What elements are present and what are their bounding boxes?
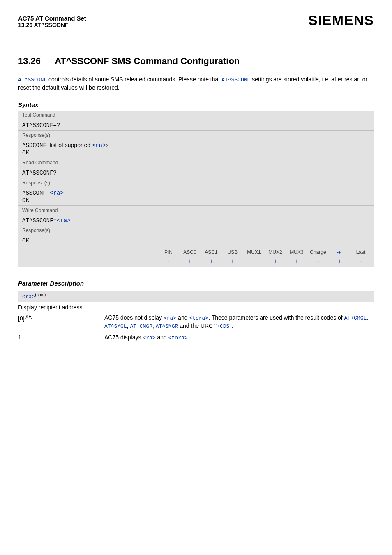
- r0-t2: and: [176, 314, 189, 321]
- intro-paragraph: AT^SSCONF controls details of some SMS r…: [18, 76, 374, 92]
- feat-h-asc0: ASC0: [179, 249, 201, 257]
- feature-value-grid: - + + + + + + - + -: [158, 257, 371, 265]
- write-response-label: Response(s): [18, 226, 374, 235]
- write-command: AT^SSCONF=<ra>: [18, 215, 374, 226]
- param-val-1-key: 1: [18, 332, 104, 343]
- header-left: AC75 AT Command Set 13.26 AT^SSCONF: [18, 15, 86, 28]
- write-response-ok: OK: [22, 237, 29, 244]
- param-ra-link-4[interactable]: <ra>: [164, 315, 176, 321]
- feat-v-asc1: +: [201, 257, 222, 265]
- cmd-link-ssconf-2[interactable]: AT^SSCONF: [221, 77, 250, 83]
- page-header: AC75 AT Command Set 13.26 AT^SSCONF SIEM…: [18, 12, 374, 32]
- syntax-block: Test Command AT^SSCONF=? Response(s) ^SS…: [18, 111, 374, 267]
- param-ra-link-3[interactable]: <ra>: [57, 217, 71, 224]
- r1-t1: AC75 displays: [104, 334, 143, 341]
- read-command-text: AT^SSCONF?: [22, 170, 57, 176]
- parameter-header: <ra>(num): [18, 291, 374, 302]
- feat-v-plane: +: [329, 257, 350, 265]
- cmd-link-ssconf-1[interactable]: AT^SSCONF: [18, 77, 47, 83]
- feat-h-mux3: MUX3: [286, 249, 307, 257]
- param-val-0-desc: AC75 does not display <ra> and <tora>. T…: [104, 312, 374, 332]
- feat-v-charge: -: [307, 257, 329, 265]
- feat-v-usb: +: [222, 257, 243, 265]
- test-response-text-2: s: [106, 142, 109, 148]
- param-val-0-key: [0](&F): [18, 312, 104, 332]
- syntax-heading: Syntax: [18, 101, 374, 108]
- param-tora-link-2[interactable]: <tora>: [168, 335, 188, 341]
- read-command-label: Read Command: [18, 158, 374, 167]
- r1-t3: .: [188, 334, 189, 341]
- param-ra-link-1[interactable]: <ra>: [92, 142, 106, 149]
- doc-title: AC75 AT Command Set: [18, 15, 86, 22]
- parameter-description-heading: Parameter Description: [18, 280, 374, 287]
- feat-h-usb: USB: [222, 249, 243, 257]
- param-ra-link-5[interactable]: <ra>: [143, 335, 155, 341]
- test-command-text: AT^SSCONF=?: [22, 122, 60, 129]
- r0-t8: ".: [229, 322, 233, 329]
- param-sup: (num): [35, 292, 46, 297]
- write-response: OK: [18, 235, 374, 246]
- param-ra-link-2[interactable]: <ra>: [50, 190, 64, 196]
- section-ref: 13.26 AT^SSCONF: [18, 22, 86, 28]
- feature-header-grid: PIN ASC0 ASC1 USB MUX1 MUX2 MUX3 Charge …: [158, 249, 371, 257]
- feat-v-mux2: +: [265, 257, 286, 265]
- param-short-desc: Display recipient address: [18, 302, 374, 312]
- test-command: AT^SSCONF=?: [18, 120, 374, 130]
- feat-v-mux3: +: [286, 257, 307, 265]
- header-rule: [18, 36, 374, 36]
- write-command-text: AT^SSCONF=: [22, 217, 57, 224]
- intro-text-1: controls details of some SMS releated co…: [47, 76, 221, 83]
- feat-h-charge: Charge: [307, 249, 329, 257]
- feat-h-mux2: MUX2: [265, 249, 286, 257]
- urc-link-cds[interactable]: +CDS: [217, 323, 229, 329]
- param-value-table: [0](&F) AC75 does not display <ra> and <…: [18, 312, 374, 344]
- param-val-1-desc: AC75 displays <ra> and <tora>.: [104, 332, 374, 343]
- brand-logo: SIEMENS: [308, 12, 374, 28]
- section-heading: 13.26 AT^SSCONF SMS Command Configuratio…: [18, 56, 374, 67]
- feat-h-pin: PIN: [158, 249, 179, 257]
- param-name: <ra>: [22, 294, 35, 300]
- r0-t6: ,: [152, 322, 156, 329]
- cmd-link-cmgl[interactable]: AT+CMGL: [344, 315, 367, 321]
- r1-t2: and: [156, 334, 168, 341]
- feat-v-pin: -: [158, 257, 179, 265]
- section-title: AT^SSCONF SMS Command Configuration: [55, 56, 240, 66]
- test-response: ^SSCONF:list of supported <ra>s OK: [18, 140, 374, 158]
- test-response-text-1: list of supported: [50, 142, 92, 148]
- feat-v-asc0: +: [179, 257, 201, 265]
- feat-h-mux1: MUX1: [243, 249, 265, 257]
- read-response-prefix: ^SSCONF:: [22, 190, 50, 196]
- read-response: ^SSCONF:<ra> OK: [18, 187, 374, 205]
- read-command: AT^SSCONF?: [18, 167, 374, 178]
- cmd-link-smgl[interactable]: AT^SMGL: [104, 323, 127, 329]
- test-response-ok: OK: [22, 150, 29, 156]
- feat-h-last: Last: [350, 249, 371, 257]
- read-response-label: Response(s): [18, 178, 374, 187]
- r0-t7: and the URC ": [178, 322, 217, 329]
- read-response-ok: OK: [22, 197, 29, 204]
- feat-h-asc1: ASC1: [201, 249, 222, 257]
- cmd-link-smgr[interactable]: AT^SMGR: [156, 323, 178, 329]
- param-val-0-sup: (&F): [25, 314, 32, 319]
- cmd-link-cmgr[interactable]: AT+CMGR: [130, 323, 152, 329]
- test-response-label: Response(s): [18, 130, 374, 140]
- r0-t1: AC75 does not display: [104, 314, 164, 321]
- param-tora-link-1[interactable]: <tora>: [189, 315, 208, 321]
- test-command-label: Test Command: [18, 111, 374, 120]
- test-response-prefix: ^SSCONF:: [22, 142, 50, 149]
- param-val-0-key-text: [0]: [18, 315, 25, 322]
- airplane-icon: ✈: [329, 249, 350, 257]
- feature-support-row: PIN ASC0 ASC1 USB MUX1 MUX2 MUX3 Charge …: [18, 246, 374, 267]
- feat-v-last: -: [350, 257, 371, 265]
- r0-t3: . These parameters are used with the res…: [208, 314, 344, 321]
- section-number: 13.26: [18, 56, 53, 67]
- r0-t4: ,: [367, 314, 368, 321]
- write-command-label: Write Command: [18, 205, 374, 215]
- feat-v-mux1: +: [243, 257, 265, 265]
